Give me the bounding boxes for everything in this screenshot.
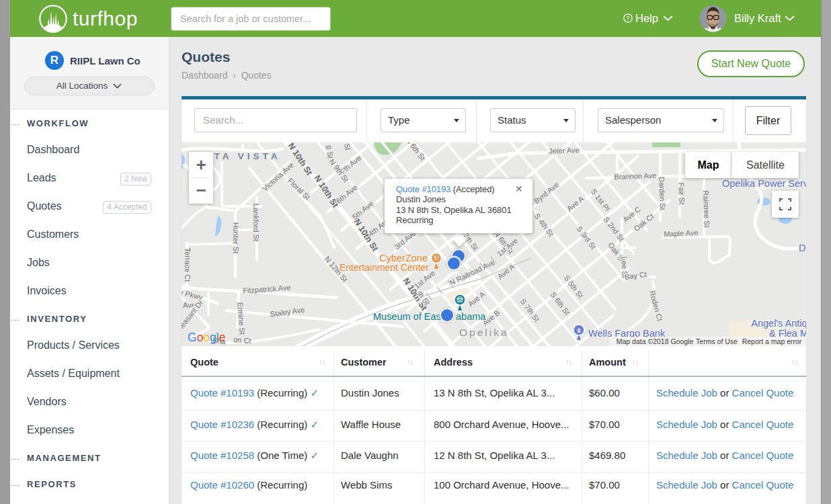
svg-text:Lankford St: Lankford St <box>252 204 260 241</box>
svg-text:Google: Google <box>188 331 225 344</box>
svg-text:St: St <box>343 142 352 151</box>
svg-text:Raintree St: Raintree St <box>702 190 711 227</box>
svg-text:Maple Ave: Maple Ave <box>664 228 699 238</box>
svg-text:abama: abama <box>456 311 486 322</box>
svg-text:Map data ©2018 Google: Map data ©2018 Google <box>617 337 694 345</box>
svg-text:Angel's Antiqu: Angel's Antiqu <box>751 318 806 329</box>
svg-text:Dr: Dr <box>799 243 806 253</box>
svg-text:Opelika: Opelika <box>459 327 509 338</box>
svg-text:Darden St: Darden St <box>658 177 667 210</box>
svg-text:g St: g St <box>325 145 334 159</box>
svg-text:?: ? <box>626 15 629 22</box>
svg-text:Jeter Ave: Jeter Ave <box>549 146 580 155</box>
svg-text:Hunter St: Hunter St <box>232 222 240 253</box>
svg-text:$: $ <box>577 327 580 334</box>
svg-text:Terrace Ct: Terrace Ct <box>184 248 192 282</box>
svg-text:TA VISTA: TA VISTA <box>214 151 281 161</box>
svg-text:Entertainment Center: Entertainment Center <box>340 262 429 273</box>
svg-text:Brannon Ave: Brannon Ave <box>614 171 656 181</box>
svg-text:Terms of Use: Terms of Use <box>696 337 738 345</box>
svg-text:Fair St: Fair St <box>677 182 686 204</box>
svg-text:on Ct: on Ct <box>233 335 251 345</box>
svg-text:Report a map error: Report a map error <box>742 337 802 345</box>
svg-text:Opelika Power Servic: Opelika Power Servic <box>722 178 806 189</box>
